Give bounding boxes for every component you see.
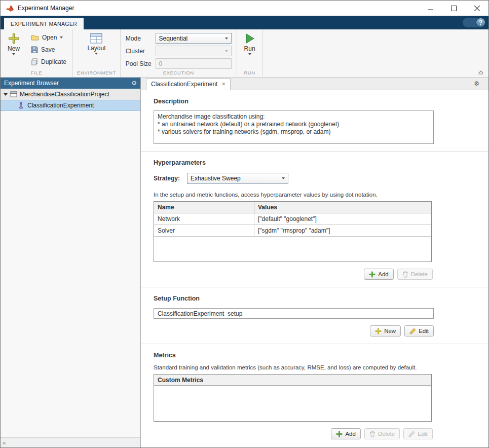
title-bar: Experiment Manager bbox=[1, 1, 488, 16]
mode-label: Mode bbox=[126, 35, 152, 42]
duplicate-label: Duplicate bbox=[41, 58, 66, 65]
collapse-ribbon-button[interactable] bbox=[478, 70, 484, 74]
metrics-note: Standard training and validation metrics… bbox=[154, 364, 488, 370]
floppy-icon bbox=[31, 46, 38, 53]
tab-experiment-manager[interactable]: EXPERIMENT MANAGER bbox=[4, 18, 84, 29]
panel-gear-icon[interactable] bbox=[131, 80, 137, 87]
panel-status-bar bbox=[1, 437, 140, 447]
hyperparameters-section: Hyperparameters Strategy: Exhaustive Swe… bbox=[141, 152, 488, 287]
run-button[interactable]: Run bbox=[240, 31, 259, 69]
experiment-tree: MerchandiseClassificationProject Classif… bbox=[1, 89, 140, 437]
hyperparameters-heading: Hyperparameters bbox=[154, 159, 488, 166]
experiment-document: Description Merchandise image classifica… bbox=[141, 90, 488, 447]
document-tab-bar: ClassificationExperiment bbox=[141, 78, 488, 90]
cell-name[interactable]: Network bbox=[154, 213, 254, 225]
folder-icon bbox=[31, 34, 39, 41]
setup-new-button[interactable]: New bbox=[370, 325, 401, 337]
file-section-label: FILE bbox=[4, 69, 69, 77]
description-textarea[interactable]: Merchandise image classification using: … bbox=[154, 110, 434, 144]
table-header-row: Name Values bbox=[154, 202, 431, 213]
trash-icon bbox=[402, 271, 408, 278]
new-button[interactable]: New bbox=[4, 31, 24, 69]
mode-combobox[interactable]: Sequential bbox=[156, 33, 232, 44]
expand-caret-icon[interactable] bbox=[4, 93, 8, 96]
run-play-icon bbox=[245, 33, 255, 44]
duplicate-icon bbox=[31, 58, 38, 65]
maximize-button[interactable] bbox=[442, 1, 465, 16]
close-button[interactable] bbox=[465, 1, 488, 16]
document-gear-icon[interactable] bbox=[474, 80, 479, 87]
strategy-dropdown-icon bbox=[282, 177, 285, 179]
hyperparameter-delete-button[interactable]: Delete bbox=[397, 269, 433, 280]
new-label: New bbox=[384, 328, 396, 334]
section-environment: Layout ENVIRONMENT bbox=[73, 29, 121, 77]
open-button[interactable]: Open bbox=[28, 32, 69, 43]
execution-section-label: EXECUTION bbox=[124, 69, 234, 77]
layout-button[interactable]: Layout bbox=[83, 31, 109, 69]
cell-name[interactable]: Solver bbox=[154, 225, 254, 236]
matlab-logo-icon bbox=[6, 5, 14, 12]
layout-grid-icon bbox=[90, 33, 102, 44]
column-header-name: Name bbox=[154, 202, 254, 213]
trash-icon bbox=[369, 431, 375, 437]
tree-item-experiment[interactable]: ClassificationExperiment bbox=[1, 100, 140, 111]
delete-label: Delete bbox=[378, 431, 395, 437]
description-section: Description Merchandise image classifica… bbox=[141, 90, 488, 152]
new-plus-icon bbox=[8, 33, 19, 44]
experiment-label: ClassificationExperiment bbox=[27, 102, 94, 109]
delete-label: Delete bbox=[411, 271, 428, 277]
cluster-combobox bbox=[156, 46, 232, 56]
duplicate-button[interactable]: Duplicate bbox=[28, 56, 69, 67]
section-file: New Open Save bbox=[1, 29, 73, 77]
tab-close-icon[interactable] bbox=[221, 82, 225, 87]
project-icon bbox=[10, 91, 17, 97]
custom-metrics-header: Custom Metrics bbox=[154, 375, 431, 386]
table-row[interactable]: Network ["default" "googlenet"] bbox=[154, 213, 431, 225]
add-plus-icon bbox=[369, 271, 375, 278]
setup-function-input[interactable]: ClassificationExperiment_setup bbox=[154, 308, 434, 319]
run-dropdown-icon bbox=[248, 53, 251, 55]
dock-arrow-icon[interactable] bbox=[3, 439, 6, 446]
pencil-icon bbox=[408, 431, 415, 437]
save-button[interactable]: Save bbox=[28, 44, 69, 55]
window-title: Experiment Manager bbox=[18, 5, 74, 12]
add-label: Add bbox=[378, 271, 388, 277]
table-empty-area bbox=[154, 237, 431, 262]
metrics-delete-button[interactable]: Delete bbox=[364, 428, 400, 439]
strategy-combobox[interactable]: Exhaustive Sweep bbox=[187, 173, 288, 184]
new-dropdown-icon bbox=[12, 53, 15, 55]
layout-dropdown-icon bbox=[95, 53, 98, 55]
toolstrip-tab-row: EXPERIMENT MANAGER ? bbox=[1, 16, 488, 29]
pool-size-label: Pool Size bbox=[126, 60, 152, 67]
tree-item-project[interactable]: MerchandiseClassificationProject bbox=[1, 89, 140, 100]
environment-section-label: ENVIRONMENT bbox=[76, 69, 117, 77]
metrics-heading: Metrics bbox=[154, 352, 488, 359]
experiment-browser-title: Experiment Browser bbox=[4, 80, 131, 87]
cluster-label: Cluster bbox=[126, 48, 152, 55]
metrics-add-button[interactable]: Add bbox=[331, 428, 360, 439]
setup-function-heading: Setup Function bbox=[154, 295, 488, 302]
new-label: New bbox=[8, 45, 20, 52]
custom-metrics-table: Custom Metrics bbox=[154, 374, 432, 422]
edit-label: Edit bbox=[419, 328, 429, 334]
run-section-label: RUN bbox=[240, 69, 259, 77]
pencil-icon bbox=[409, 328, 416, 334]
description-line: * various solvers for training networks … bbox=[158, 128, 430, 136]
setup-function-section: Setup Function ClassificationExperiment_… bbox=[141, 287, 488, 344]
description-line: * an untrained network (default) or a pr… bbox=[158, 121, 430, 128]
save-label: Save bbox=[41, 46, 55, 53]
document-tab-label: ClassificationExperiment bbox=[151, 81, 217, 88]
hyperparameter-add-button[interactable]: Add bbox=[364, 269, 393, 280]
cell-values[interactable]: ["sgdm" "rmsprop" "adam"] bbox=[254, 225, 431, 236]
metrics-edit-button[interactable]: Edit bbox=[403, 428, 433, 439]
tab-classification-experiment[interactable]: ClassificationExperiment bbox=[146, 78, 231, 90]
help-pill: ? bbox=[463, 18, 485, 27]
experiment-flask-icon bbox=[18, 102, 24, 109]
custom-metrics-empty-area bbox=[154, 386, 431, 421]
cell-values[interactable]: ["default" "googlenet"] bbox=[254, 213, 431, 225]
setup-edit-button[interactable]: Edit bbox=[404, 325, 434, 337]
table-row[interactable]: Solver ["sgdm" "rmsprop" "adam"] bbox=[154, 225, 431, 237]
minimize-button[interactable] bbox=[419, 1, 442, 16]
help-button[interactable]: ? bbox=[476, 18, 485, 27]
add-label: Add bbox=[345, 431, 355, 437]
